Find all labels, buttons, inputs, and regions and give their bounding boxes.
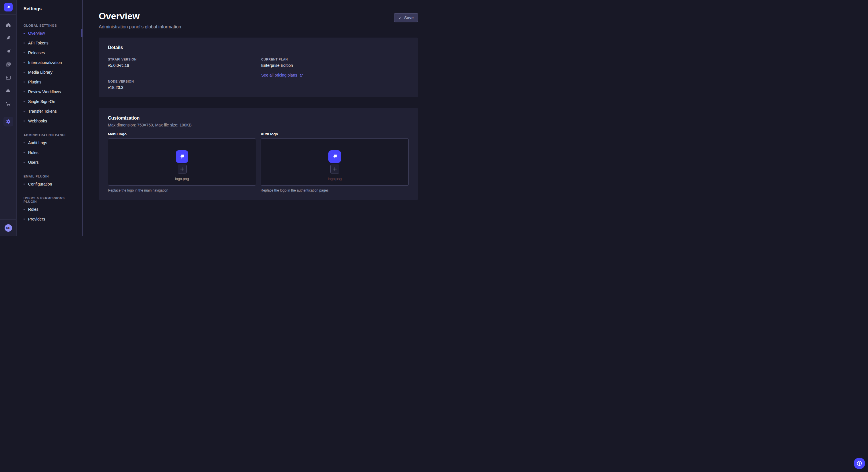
bullet-icon xyxy=(24,162,25,163)
users-permissions-list: Roles Providers xyxy=(17,204,82,224)
main-content: Overview Administration panel’s global i… xyxy=(83,0,434,236)
sidebar-item-label: Audit Logs xyxy=(28,140,47,145)
save-button[interactable]: Save xyxy=(394,13,418,22)
sidebar-item-email-configuration[interactable]: Configuration xyxy=(17,179,82,189)
menu-logo-upload: Menu logo logo.png xyxy=(108,132,256,193)
plus-icon xyxy=(333,167,337,171)
sidebar-title: Settings xyxy=(17,0,82,11)
sidebar-item-label: Releases xyxy=(28,50,45,55)
settings-sidebar: Settings GLOBAL SETTINGS Overview API To… xyxy=(17,0,83,236)
sidebar-item-plugins[interactable]: Plugins xyxy=(17,77,82,87)
sidebar-item-up-providers[interactable]: Providers xyxy=(17,214,82,224)
bullet-icon xyxy=(24,33,25,34)
strapi-logo-glyph xyxy=(330,152,339,161)
sidebar-item-label: API Tokens xyxy=(28,41,49,45)
bullet-icon xyxy=(24,91,25,92)
details-card: Details STRAPI VERSION v5.0.0-rc.19 NODE… xyxy=(99,38,418,97)
menu-logo-caption: Replace the logo in the main navigation xyxy=(108,189,256,193)
strapi-version-value: v5.0.0-rc.19 xyxy=(108,63,255,68)
paper-plane-icon[interactable] xyxy=(5,48,11,54)
sidebar-item-review-workflows[interactable]: Review Workflows xyxy=(17,87,82,97)
sidebar-item-label: Overview xyxy=(28,31,45,36)
check-icon xyxy=(398,16,402,20)
auth-logo-dropzone[interactable]: logo.png xyxy=(260,138,409,186)
main-nav-rail: KD xyxy=(0,0,17,236)
sidebar-item-label: Webhooks xyxy=(28,119,47,123)
auth-logo-upload: Auth logo logo.png xyxy=(260,132,409,193)
sidebar-item-label: Roles xyxy=(28,150,38,155)
node-version-label: NODE VERSION xyxy=(108,80,255,83)
strapi-version-field: STRAPI VERSION v5.0.0-rc.19 xyxy=(108,58,255,68)
bullet-icon xyxy=(24,183,25,185)
details-card-title: Details xyxy=(108,45,409,50)
current-plan-value: Enterprise Edition xyxy=(261,63,409,68)
sidebar-item-transfer-tokens[interactable]: Transfer Tokens xyxy=(17,106,82,116)
section-label-users-permissions-plugin: USERS & PERMISSIONS PLUGIN xyxy=(17,196,82,203)
email-plugin-list: Configuration xyxy=(17,179,82,189)
gear-icon[interactable] xyxy=(3,117,13,127)
plus-icon xyxy=(180,167,184,171)
sidebar-item-media-library[interactable]: Media Library xyxy=(17,67,82,77)
cart-icon[interactable] xyxy=(5,101,11,107)
node-version-field: NODE VERSION v18.20.3 xyxy=(108,80,255,90)
details-fields: STRAPI VERSION v5.0.0-rc.19 NODE VERSION… xyxy=(108,58,409,90)
node-version-value: v18.20.3 xyxy=(108,85,255,90)
bullet-icon xyxy=(24,62,25,63)
layout-icon[interactable] xyxy=(5,75,11,80)
current-plan-field: CURRENT PLAN Enterprise Edition xyxy=(261,58,409,68)
bullet-icon xyxy=(24,52,25,53)
customization-card: Customization Max dimension: 750×750, Ma… xyxy=(99,108,418,200)
menu-logo-dropzone[interactable]: logo.png xyxy=(108,138,256,186)
menu-logo-label: Menu logo xyxy=(108,132,256,136)
sidebar-item-label: Roles xyxy=(28,207,38,212)
pricing-plans-link-label: See all pricing plans xyxy=(261,73,297,77)
details-left-column: STRAPI VERSION v5.0.0-rc.19 NODE VERSION… xyxy=(108,58,255,90)
strapi-version-label: STRAPI VERSION xyxy=(108,58,255,61)
auth-logo-add-button[interactable] xyxy=(330,165,339,173)
rail-icon-list xyxy=(3,14,13,220)
sidebar-item-releases[interactable]: Releases xyxy=(17,48,82,58)
bullet-icon xyxy=(24,42,25,43)
sidebar-item-admin-users[interactable]: Users xyxy=(17,158,82,167)
menu-logo-preview xyxy=(176,150,188,163)
sidebar-item-label: Review Workflows xyxy=(28,90,61,94)
rail-logo-section xyxy=(0,0,17,14)
strapi-logo-glyph xyxy=(178,152,186,161)
sidebar-item-audit-logs[interactable]: Audit Logs xyxy=(17,138,82,148)
sidebar-item-internationalization[interactable]: Internationalization xyxy=(17,58,82,67)
strapi-logo[interactable] xyxy=(4,3,12,11)
global-settings-list: Overview API Tokens Releases Internation… xyxy=(17,28,82,126)
sidebar-item-admin-roles[interactable]: Roles xyxy=(17,148,82,158)
save-button-label: Save xyxy=(404,15,414,20)
sidebar-item-single-sign-on[interactable]: Single Sign-On xyxy=(17,97,82,106)
rail-user-section: KD xyxy=(0,220,17,236)
sidebar-item-api-tokens[interactable]: API Tokens xyxy=(17,38,82,48)
auth-logo-filename: logo.png xyxy=(328,177,342,181)
bullet-icon xyxy=(24,101,25,102)
pricing-plans-link[interactable]: See all pricing plans xyxy=(261,73,303,77)
cloud-icon[interactable] xyxy=(5,88,11,94)
sidebar-item-label: Plugins xyxy=(28,80,41,84)
bullet-icon xyxy=(24,111,25,112)
auth-logo-preview xyxy=(329,150,341,163)
details-right-column: CURRENT PLAN Enterprise Edition See all … xyxy=(261,58,409,90)
sidebar-item-webhooks[interactable]: Webhooks xyxy=(17,116,82,126)
images-icon[interactable] xyxy=(5,62,11,67)
home-icon[interactable] xyxy=(5,22,11,28)
sidebar-item-label: Media Library xyxy=(28,70,53,74)
section-label-email-plugin: EMAIL PLUGIN xyxy=(17,175,82,178)
page-title: Overview xyxy=(99,11,181,22)
feather-icon[interactable] xyxy=(5,35,11,41)
menu-logo-add-button[interactable] xyxy=(178,165,187,173)
sidebar-item-up-roles[interactable]: Roles xyxy=(17,204,82,214)
auth-logo-caption: Replace the logo in the authentication p… xyxy=(260,189,409,193)
bullet-icon xyxy=(24,81,25,82)
auth-logo-label: Auth logo xyxy=(260,132,409,136)
bullet-icon xyxy=(24,72,25,73)
sidebar-item-label: Single Sign-On xyxy=(28,99,55,104)
avatar[interactable]: KD xyxy=(5,224,12,232)
administration-panel-list: Audit Logs Roles Users xyxy=(17,138,82,167)
section-label-global-settings: GLOBAL SETTINGS xyxy=(17,24,82,27)
sidebar-item-overview[interactable]: Overview xyxy=(17,28,82,38)
sidebar-item-label: Users xyxy=(28,160,39,165)
